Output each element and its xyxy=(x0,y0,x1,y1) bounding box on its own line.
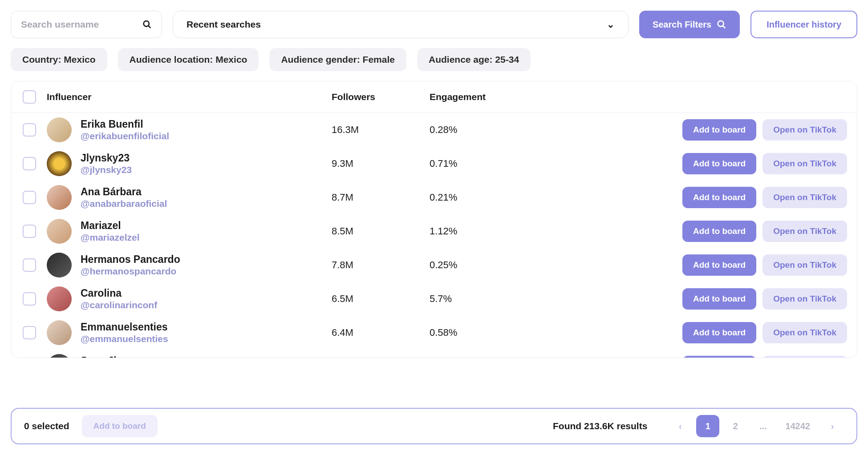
filter-chip-audience-location[interactable]: Audience location: Mexico xyxy=(118,48,259,71)
filter-chips-row: Country: Mexico Audience location: Mexic… xyxy=(11,48,857,71)
influencer-handle: @jlynsky23 xyxy=(81,164,132,176)
add-to-board-button[interactable]: Add to board xyxy=(682,322,756,343)
influencer-name: Sosa Jhons xyxy=(81,354,138,358)
influencer-cell[interactable]: Carolina@carolinarinconf xyxy=(47,286,332,311)
avatar xyxy=(47,219,72,244)
influencer-name: Erika Buenfil xyxy=(81,118,169,131)
influencer-handle: @anabarbaraoficial xyxy=(81,198,167,209)
avatar xyxy=(47,117,72,142)
influencer-cell[interactable]: Sosa Jhons@sosajhons xyxy=(47,354,332,358)
table-header: Influencer Followers Engagement xyxy=(11,81,857,113)
search-username-box[interactable] xyxy=(11,11,162,38)
open-on-tiktok-button[interactable]: Open on TikTok xyxy=(763,221,847,242)
open-on-tiktok-button[interactable]: Open on TikTok xyxy=(763,254,847,276)
followers-value: 8.5M xyxy=(332,225,430,237)
add-to-board-button[interactable]: Add to board xyxy=(682,187,756,208)
pager-next-button[interactable]: › xyxy=(821,415,844,437)
svg-line-1 xyxy=(148,26,150,28)
add-to-board-button[interactable]: Add to board xyxy=(682,153,756,174)
search-filters-label: Search Filters xyxy=(653,20,711,30)
influencer-history-button[interactable]: Influencer history xyxy=(750,11,857,38)
open-on-tiktok-button[interactable]: Open on TikTok xyxy=(763,356,847,358)
engagement-value: 1.12% xyxy=(430,225,669,237)
row-checkbox[interactable] xyxy=(23,225,36,238)
open-on-tiktok-button[interactable]: Open on TikTok xyxy=(763,322,847,343)
avatar xyxy=(47,185,72,210)
influencer-name: Jlynsky23 xyxy=(81,152,132,165)
pager-page-2[interactable]: 2 xyxy=(724,415,747,437)
column-header-followers: Followers xyxy=(332,92,430,102)
top-toolbar: Recent searches ⌄ Search Filters Influen… xyxy=(11,11,857,38)
row-checkbox[interactable] xyxy=(23,258,36,272)
influencer-cell[interactable]: Erika Buenfil@erikabuenfiloficial xyxy=(47,117,332,142)
row-checkbox[interactable] xyxy=(23,123,36,137)
column-header-influencer: Influencer xyxy=(47,92,332,102)
influencer-name: Hermanos Pancardo xyxy=(81,253,180,266)
table-row: Ana Bárbara@anabarbaraoficial8.7M0.21%Ad… xyxy=(11,181,857,214)
recent-searches-label: Recent searches xyxy=(187,19,261,30)
add-to-board-button[interactable]: Add to board xyxy=(682,221,756,242)
open-on-tiktok-button[interactable]: Open on TikTok xyxy=(763,153,847,174)
filter-chip-country[interactable]: Country: Mexico xyxy=(11,48,107,71)
recent-searches-dropdown[interactable]: Recent searches ⌄ xyxy=(173,11,629,38)
row-checkbox[interactable] xyxy=(23,157,36,170)
influencer-name: Ana Bárbara xyxy=(81,185,167,198)
search-filters-button[interactable]: Search Filters xyxy=(639,11,740,38)
row-checkbox[interactable] xyxy=(23,326,36,339)
table-row: Jlynsky23@jlynsky239.3M0.71%Add to board… xyxy=(11,147,857,181)
followers-value: 16.3M xyxy=(332,124,430,136)
avatar xyxy=(47,151,72,176)
influencer-handle: @mariazelzel xyxy=(81,232,140,243)
engagement-value: 0.71% xyxy=(430,158,669,169)
pagination: ‹ 1 2 ... 14242 › xyxy=(669,415,844,437)
engagement-value: 0.25% xyxy=(430,259,669,271)
search-icon xyxy=(717,20,726,29)
column-header-engagement: Engagement xyxy=(430,92,669,102)
pager-ellipsis: ... xyxy=(751,415,775,437)
pager-prev-button[interactable]: ‹ xyxy=(669,415,692,437)
svg-point-0 xyxy=(144,21,149,26)
add-to-board-footer-button[interactable]: Add to board xyxy=(82,415,158,437)
influencer-name: Emmanuelsenties xyxy=(81,321,168,334)
influencer-cell[interactable]: Jlynsky23@jlynsky23 xyxy=(47,151,332,176)
influencer-handle: @emmanuelsenties xyxy=(81,333,168,345)
open-on-tiktok-button[interactable]: Open on TikTok xyxy=(763,187,847,208)
influencer-cell[interactable]: Mariazel@mariazelzel xyxy=(47,219,332,244)
svg-point-2 xyxy=(718,21,724,27)
filter-chip-audience-gender[interactable]: Audience gender: Female xyxy=(269,48,406,71)
results-table: Influencer Followers Engagement Erika Bu… xyxy=(11,81,857,358)
selected-count: 0 selected xyxy=(24,421,69,431)
pager-page-1[interactable]: 1 xyxy=(696,415,719,437)
influencer-name: Mariazel xyxy=(81,219,140,232)
results-count: Found 213.6K results xyxy=(553,421,647,431)
search-input[interactable] xyxy=(21,19,142,30)
row-checkbox[interactable] xyxy=(23,292,36,306)
engagement-value: 0.58% xyxy=(430,327,669,338)
row-checkbox[interactable] xyxy=(23,191,36,204)
followers-value: 9.3M xyxy=(332,158,430,169)
influencer-cell[interactable]: Hermanos Pancardo@hermanospancardo xyxy=(47,253,332,278)
engagement-value: 0.21% xyxy=(430,192,669,203)
influencer-cell[interactable]: Ana Bárbara@anabarbaraoficial xyxy=(47,185,332,210)
add-to-board-button[interactable]: Add to board xyxy=(682,254,756,276)
influencer-cell[interactable]: Emmanuelsenties@emmanuelsenties xyxy=(47,320,332,345)
engagement-value: 0.28% xyxy=(430,124,669,136)
table-body: Erika Buenfil@erikabuenfiloficial16.3M0.… xyxy=(11,113,857,358)
followers-value: 8.7M xyxy=(332,192,430,203)
filter-chip-audience-age[interactable]: Audience age: 25-34 xyxy=(417,48,531,71)
add-to-board-button[interactable]: Add to board xyxy=(682,356,756,358)
influencer-handle: @erikabuenfiloficial xyxy=(81,130,169,142)
followers-value: 6.4M xyxy=(332,327,430,338)
table-row: Hermanos Pancardo@hermanospancardo7.8M0.… xyxy=(11,248,857,282)
table-row: Sosa Jhons@sosajhons6.5M1.6%Add to board… xyxy=(11,350,857,358)
followers-value: 7.8M xyxy=(332,259,430,271)
influencer-handle: @carolinarinconf xyxy=(81,299,157,311)
open-on-tiktok-button[interactable]: Open on TikTok xyxy=(763,119,847,141)
pager-page-last[interactable]: 14242 xyxy=(779,415,816,437)
select-all-checkbox[interactable] xyxy=(23,90,36,104)
avatar xyxy=(47,320,72,345)
add-to-board-button[interactable]: Add to board xyxy=(682,119,756,141)
open-on-tiktok-button[interactable]: Open on TikTok xyxy=(763,288,847,310)
add-to-board-button[interactable]: Add to board xyxy=(682,288,756,310)
table-row: Emmanuelsenties@emmanuelsenties6.4M0.58%… xyxy=(11,316,857,350)
